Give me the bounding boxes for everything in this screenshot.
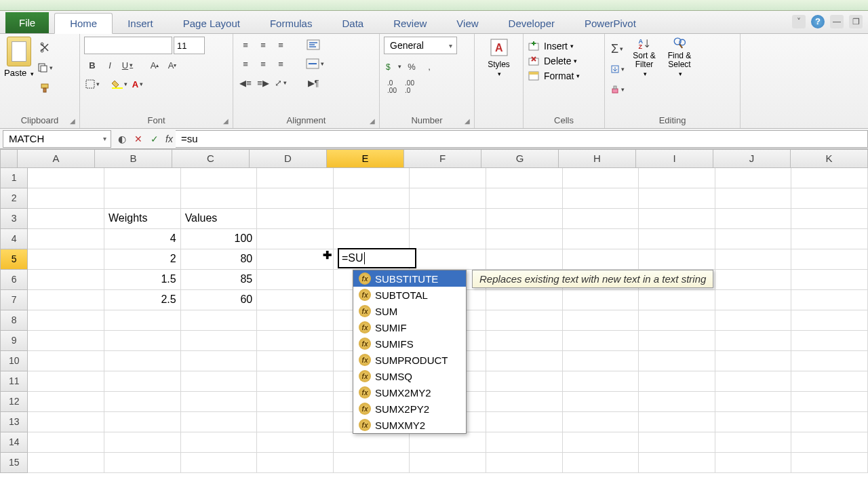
cell-B3[interactable]: Weights: [104, 209, 181, 229]
column-header-K[interactable]: K: [791, 149, 868, 168]
cell-F15[interactable]: [410, 453, 486, 473]
cell-D10[interactable]: [257, 351, 334, 371]
cell-A14[interactable]: [28, 432, 104, 453]
alignment-launcher-icon[interactable]: ◢: [368, 117, 377, 126]
cell-I13[interactable]: [639, 412, 715, 432]
font-family-select[interactable]: [84, 37, 172, 54]
column-header-E[interactable]: E: [327, 149, 404, 168]
sort-filter-button[interactable]: AZ Sort & Filter▾: [628, 37, 660, 77]
cell-A15[interactable]: [28, 453, 104, 473]
cell-D2[interactable]: [257, 188, 334, 209]
cell-C10[interactable]: [181, 351, 258, 371]
cell-B11[interactable]: [104, 371, 181, 392]
increase-indent-icon[interactable]: ≡▶: [255, 75, 271, 91]
formula-expand-icon[interactable]: ◐: [114, 131, 130, 147]
column-header-D[interactable]: D: [250, 149, 327, 168]
cell-B5[interactable]: 2: [104, 249, 181, 270]
cell-B15[interactable]: [104, 453, 181, 473]
row-header-8[interactable]: 8: [0, 310, 28, 331]
column-header-I[interactable]: I: [636, 149, 713, 168]
row-header-11[interactable]: 11: [0, 371, 28, 392]
cell-K8[interactable]: [791, 310, 868, 331]
paste-icon[interactable]: [7, 37, 31, 66]
cell-K5[interactable]: [791, 249, 868, 270]
cell-A6[interactable]: [28, 270, 104, 290]
cell-D3[interactable]: [257, 209, 334, 229]
grow-font-icon[interactable]: A▴: [146, 57, 163, 73]
cell-E14[interactable]: [334, 432, 410, 453]
row-header-12[interactable]: 12: [0, 392, 28, 412]
cell-C9[interactable]: [181, 331, 258, 351]
tab-insert[interactable]: Insert: [113, 14, 168, 33]
cell-J15[interactable]: [715, 453, 792, 473]
cell-K10[interactable]: [791, 351, 868, 371]
row-header-14[interactable]: 14: [0, 432, 28, 453]
cell-C14[interactable]: [181, 432, 258, 453]
cell-J8[interactable]: [715, 310, 792, 331]
cell-C3[interactable]: Values: [181, 209, 258, 229]
cell-K3[interactable]: [791, 209, 868, 229]
cell-G9[interactable]: [486, 331, 563, 351]
cell-G8[interactable]: [486, 310, 563, 331]
cell-G5[interactable]: [486, 249, 563, 270]
cell-K9[interactable]: [791, 331, 868, 351]
cell-E3[interactable]: [334, 209, 410, 229]
cell-D6[interactable]: [257, 270, 334, 290]
column-header-G[interactable]: G: [481, 149, 559, 168]
align-center-icon[interactable]: ≡: [255, 56, 271, 72]
window-minimize-icon[interactable]: —: [830, 15, 844, 28]
cell-B4[interactable]: 4: [104, 229, 181, 249]
autosum-icon[interactable]: Σ▾: [609, 41, 625, 57]
clipboard-launcher-icon[interactable]: ◢: [68, 117, 77, 126]
cell-H3[interactable]: [563, 209, 639, 229]
tab-home[interactable]: Home: [54, 13, 113, 34]
column-header-H[interactable]: H: [559, 149, 636, 168]
cell-C8[interactable]: [181, 310, 258, 331]
cell-D13[interactable]: [257, 412, 334, 432]
decrease-indent-icon[interactable]: ◀≡: [237, 75, 254, 91]
italic-button[interactable]: I: [102, 57, 118, 73]
cell-K12[interactable]: [791, 392, 868, 412]
cell-F5[interactable]: [410, 249, 486, 270]
font-launcher-icon[interactable]: ◢: [221, 117, 231, 126]
cell-J6[interactable]: [715, 270, 792, 290]
cell-G4[interactable]: [486, 229, 563, 249]
find-select-button[interactable]: Find & Select▾: [663, 37, 696, 77]
wrap-text-icon[interactable]: [305, 37, 321, 53]
cell-K1[interactable]: [791, 168, 868, 188]
cell-J9[interactable]: [715, 331, 792, 351]
cell-D14[interactable]: [257, 432, 334, 453]
cell-C2[interactable]: [181, 188, 258, 209]
cell-G15[interactable]: [486, 453, 563, 473]
row-header-9[interactable]: 9: [0, 331, 28, 351]
cell-G12[interactable]: [486, 392, 563, 412]
cell-F2[interactable]: [410, 188, 486, 209]
cut-icon[interactable]: [37, 39, 53, 56]
number-format-select[interactable]: General: [384, 37, 457, 54]
cell-G11[interactable]: [486, 371, 563, 392]
row-header-7[interactable]: 7: [0, 290, 28, 310]
cell-E4[interactable]: [334, 229, 410, 249]
cell-K4[interactable]: [791, 229, 868, 249]
cell-A8[interactable]: [28, 310, 104, 331]
align-right-icon[interactable]: ≡: [273, 56, 289, 72]
cell-J13[interactable]: [715, 412, 792, 432]
decrease-decimal-icon[interactable]: .00.0: [401, 79, 418, 95]
cell-E15[interactable]: [334, 453, 410, 473]
cell-B2[interactable]: [104, 188, 181, 209]
cell-C4[interactable]: 100: [181, 229, 258, 249]
cell-J14[interactable]: [715, 432, 792, 453]
fill-color-icon[interactable]: ▾: [111, 76, 128, 92]
cell-D15[interactable]: [257, 453, 334, 473]
ribbon-minimize-icon[interactable]: ˅: [792, 15, 806, 28]
row-header-3[interactable]: 3: [0, 209, 28, 229]
number-launcher-icon[interactable]: ◢: [462, 117, 472, 126]
active-cell-editor[interactable]: =SU: [338, 248, 416, 268]
cell-F1[interactable]: [410, 168, 486, 188]
cell-D7[interactable]: [257, 290, 334, 310]
cell-D11[interactable]: [257, 371, 334, 392]
cell-I7[interactable]: [639, 290, 715, 310]
cell-H15[interactable]: [563, 453, 639, 473]
bold-button[interactable]: B: [84, 57, 100, 73]
tab-formulas[interactable]: Formulas: [255, 14, 328, 33]
